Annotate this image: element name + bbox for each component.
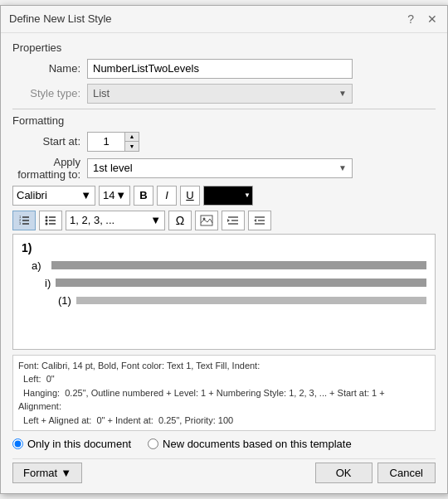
format-button[interactable]: Format ▼: [12, 463, 82, 483]
preview-level-4: (1): [22, 294, 426, 307]
unordered-list-button[interactable]: [39, 211, 62, 230]
title-bar-buttons: ? ✕: [406, 12, 439, 26]
title-bar: Define New List Style ? ✕: [1, 6, 447, 33]
spin-down-button[interactable]: ▼: [125, 142, 139, 151]
style-type-value: List: [93, 87, 110, 99]
properties-section-label: Properties: [12, 41, 436, 54]
start-at-input-wrap: ▲ ▼: [87, 132, 139, 152]
format-label: Format: [23, 467, 57, 479]
preview-bar-2: [51, 261, 426, 269]
font-name: Calibri: [17, 189, 47, 201]
preview-label-4: (1): [22, 294, 71, 307]
name-label: Name:: [12, 62, 87, 75]
font-color-button[interactable]: ▼: [203, 186, 253, 206]
new-docs-option[interactable]: New documents based on this template: [148, 438, 352, 450]
num-style-arrow: ▼: [150, 214, 161, 226]
svg-text:3: 3: [19, 221, 22, 225]
preview-label-1: 1): [22, 241, 46, 254]
font-size: 14: [103, 189, 114, 201]
formatting-section: Formatting Start at: ▲ ▼ Apply formattin…: [12, 114, 436, 350]
apply-to-arrow: ▼: [338, 163, 347, 172]
start-at-row: Start at: ▲ ▼: [12, 132, 436, 152]
svg-marker-17: [227, 219, 230, 222]
underline-button[interactable]: U: [180, 186, 200, 206]
formatting-section-label: Formatting: [12, 114, 436, 127]
font-select[interactable]: Calibri ▼: [12, 186, 95, 206]
cancel-button[interactable]: Cancel: [377, 463, 436, 483]
ordered-list-button[interactable]: 1 2 3: [12, 211, 36, 230]
increase-indent-icon: [253, 215, 266, 226]
color-arrow: ▼: [244, 191, 251, 199]
italic-button[interactable]: I: [157, 186, 177, 206]
svg-point-11: [46, 222, 48, 225]
radio-row: Only in this document New documents base…: [12, 438, 436, 450]
style-type-arrow: ▼: [338, 89, 347, 98]
ok-cancel-group: OK Cancel: [315, 463, 436, 483]
apply-to-label: Apply formatting to:: [12, 156, 87, 181]
svg-point-10: [46, 219, 48, 221]
numbering-style-select[interactable]: 1, 2, 3, ... ▼: [66, 211, 165, 230]
decrease-indent-button[interactable]: [222, 211, 245, 230]
preview-bar-4: [76, 297, 426, 304]
picture-icon: [200, 215, 213, 226]
description-line3: Hanging: 0.25", Outline numbered + Level…: [18, 388, 385, 412]
spin-up-button[interactable]: ▲: [125, 133, 139, 142]
start-at-input[interactable]: [87, 132, 125, 152]
new-docs-label: New documents based on this template: [163, 438, 352, 450]
only-in-doc-label: Only in this document: [27, 438, 131, 450]
preview-box: 1) a) i) (1): [12, 234, 436, 350]
numbering-toolbar: 1 2 3 1, 2, 3, ...: [12, 211, 436, 230]
dialog-content: Properties Name: Style type: List ▼ Form…: [1, 33, 447, 494]
preview-level-3: i): [22, 277, 426, 289]
svg-point-9: [46, 216, 48, 218]
apply-to-select[interactable]: 1st level ▼: [87, 158, 353, 178]
description-box: Font: Calibri, 14 pt, Bold, Font color: …: [12, 355, 436, 432]
preview-label-3: i): [22, 277, 51, 289]
apply-to-value: 1st level: [93, 162, 133, 174]
preview-bar-3: [56, 279, 426, 287]
ordered-list-icon: 1 2 3: [17, 214, 31, 227]
start-at-spinner: ▲ ▼: [125, 132, 139, 152]
new-docs-radio[interactable]: [148, 438, 158, 449]
button-row: Format ▼ OK Cancel: [12, 458, 436, 483]
style-type-label: Style type:: [12, 87, 87, 99]
svg-marker-21: [254, 219, 256, 222]
name-input[interactable]: [87, 59, 353, 79]
ok-button[interactable]: OK: [315, 463, 373, 483]
description-line4: Left + Aligned at: 0" + Indent at: 0.25"…: [18, 415, 233, 425]
size-select[interactable]: 14 ▼: [99, 186, 130, 206]
name-row: Name:: [12, 59, 436, 79]
description-line1: Font: Calibri, 14 pt, Bold, Font color: …: [18, 361, 260, 371]
style-type-row: Style type: List ▼: [12, 84, 436, 104]
decrease-indent-icon: [226, 215, 240, 226]
font-select-arrow: ▼: [80, 189, 91, 201]
num-style-value: 1, 2, 3, ...: [70, 214, 114, 226]
symbol-button[interactable]: Ω: [168, 211, 192, 230]
dialog-define-new-list-style: Define New List Style ? ✕ Properties Nam…: [0, 5, 448, 495]
increase-indent-button[interactable]: [248, 211, 271, 230]
dialog-title: Define New List Style: [9, 12, 112, 25]
preview-label-2: a): [22, 259, 46, 272]
picture-button[interactable]: [195, 211, 218, 230]
format-arrow: ▼: [61, 467, 71, 479]
size-select-arrow: ▼: [115, 189, 126, 201]
preview-level-2: a): [22, 259, 426, 272]
only-in-doc-option[interactable]: Only in this document: [12, 438, 131, 450]
help-button[interactable]: ?: [406, 12, 416, 26]
only-in-doc-radio[interactable]: [12, 438, 23, 449]
apply-formatting-row: Apply formatting to: 1st level ▼: [12, 156, 436, 181]
start-at-label: Start at:: [12, 135, 87, 148]
close-button[interactable]: ✕: [426, 12, 439, 26]
preview-level-1: 1): [22, 241, 426, 254]
style-type-select[interactable]: List ▼: [87, 84, 353, 104]
description-line2: Left: 0": [18, 374, 55, 384]
bold-button[interactable]: B: [134, 186, 153, 206]
unordered-list-icon: [44, 214, 57, 227]
font-toolbar: Calibri ▼ 14 ▼ B I U ▼: [12, 186, 436, 206]
